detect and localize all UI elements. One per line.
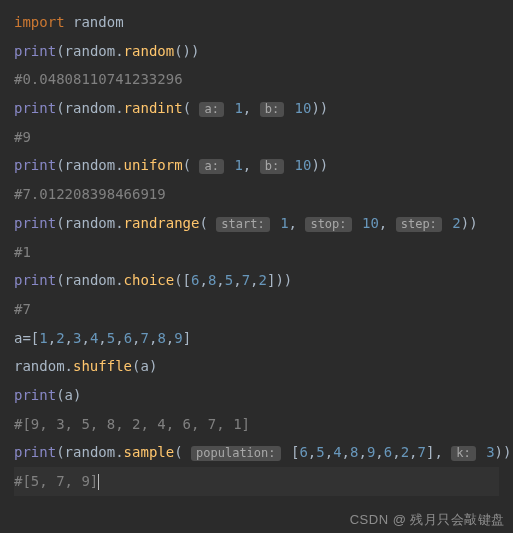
output-comment: #9 [14, 123, 499, 152]
code-line: print(random.uniform( a: 1, b: 10)) [14, 151, 499, 180]
watermark-text: CSDN @ 残月只会敲键盘 [350, 511, 505, 529]
code-line: random.shuffle(a) [14, 352, 499, 381]
param-hint: step: [396, 217, 442, 232]
output-comment: #[9, 3, 5, 8, 2, 4, 6, 7, 1] [14, 410, 499, 439]
param-hint: a: [199, 159, 223, 174]
code-line: print(random.randint( a: 1, b: 10)) [14, 94, 499, 123]
code-line: print(a) [14, 381, 499, 410]
code-line: a=[1,2,3,4,5,6,7,8,9] [14, 324, 499, 353]
code-line: print(random.randrange( start: 1, stop: … [14, 209, 499, 238]
module-name: random [73, 14, 124, 30]
output-comment: #7.012208398466919 [14, 180, 499, 209]
param-hint: population: [191, 446, 280, 461]
builtin-print: print [14, 43, 56, 59]
code-line-active: #[5, 7, 9] [14, 467, 499, 496]
param-hint: k: [451, 446, 475, 461]
code-line: print(random.sample( population: [6,5,4,… [14, 438, 499, 467]
code-line: import random [14, 8, 499, 37]
output-comment: #7 [14, 295, 499, 324]
code-line: print(random.choice([6,8,5,7,2])) [14, 266, 499, 295]
param-hint: start: [216, 217, 269, 232]
code-block: import random print(random.random()) #0.… [0, 0, 513, 504]
keyword-import: import [14, 14, 65, 30]
output-comment: #0.04808110741233296 [14, 65, 499, 94]
output-comment: #1 [14, 238, 499, 267]
code-line: print(random.random()) [14, 37, 499, 66]
text-cursor [98, 474, 99, 490]
param-hint: b: [260, 159, 284, 174]
output-comment: #[5, 7, 9] [14, 473, 98, 489]
param-hint: a: [199, 102, 223, 117]
param-hint: b: [260, 102, 284, 117]
param-hint: stop: [305, 217, 351, 232]
